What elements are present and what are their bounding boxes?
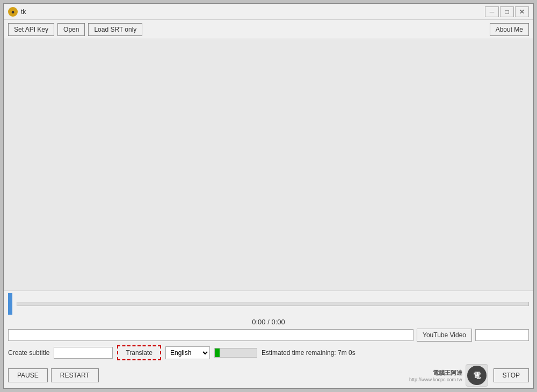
- controls-row: Create subtitle Translate English Chines…: [4, 343, 533, 362]
- window-title: tk: [21, 8, 26, 16]
- create-subtitle-label: Create subtitle: [8, 349, 49, 357]
- set-api-key-button[interactable]: Set API Key: [8, 23, 54, 36]
- toolbar: Set API Key Open Load SRT only About Me: [4, 20, 533, 39]
- maximize-button[interactable]: □: [500, 6, 514, 17]
- mini-progress-bar: [214, 348, 257, 358]
- title-bar-left: ● tk: [8, 7, 26, 17]
- watermark-logo-image: 電: [467, 365, 487, 386]
- estimated-time: Estimated time remaining: 7m 0s: [262, 349, 355, 357]
- subtitle-input[interactable]: [54, 347, 113, 359]
- pause-button[interactable]: PAUSE: [8, 368, 48, 382]
- svg-text:電: 電: [473, 371, 481, 380]
- open-button[interactable]: Open: [57, 23, 85, 36]
- youtube-url-input[interactable]: [475, 329, 529, 341]
- progress-bar[interactable]: [17, 302, 529, 306]
- title-bar: ● tk ─ □ ✕: [4, 4, 533, 20]
- load-srt-button[interactable]: Load SRT only: [88, 23, 142, 36]
- bottom-buttons-row: PAUSE RESTART 電腦王阿達 http://www.kocpc.com…: [4, 362, 533, 388]
- about-me-button[interactable]: About Me: [490, 23, 529, 36]
- video-area: [4, 39, 533, 291]
- close-button[interactable]: ✕: [515, 6, 529, 17]
- watermark-url: http://www.kocpc.com.tw: [409, 377, 462, 382]
- mini-progress-fill: [215, 349, 220, 357]
- youtube-video-button[interactable]: YouTube Video: [417, 329, 472, 342]
- watermark: 電腦王阿達 http://www.kocpc.com.tw 電: [409, 364, 488, 387]
- main-window: ● tk ─ □ ✕ Set API Key Open Load SRT onl…: [3, 3, 534, 389]
- progress-section: [4, 291, 533, 317]
- stop-button[interactable]: STOP: [494, 368, 529, 382]
- window-controls: ─ □ ✕: [485, 6, 529, 17]
- translate-button[interactable]: Translate: [117, 345, 161, 360]
- bottom-section: 0:00 / 0:00 YouTube Video Create subtitl…: [4, 291, 533, 388]
- url-row: YouTube Video: [4, 327, 533, 343]
- main-content: [4, 39, 533, 291]
- language-select[interactable]: English Chinese Japanese Korean Spanish …: [165, 346, 210, 359]
- watermark-logo: 電: [466, 364, 488, 387]
- watermark-site-name: 電腦王阿達: [409, 369, 462, 377]
- watermark-text-block: 電腦王阿達 http://www.kocpc.com.tw: [409, 369, 462, 382]
- restart-button[interactable]: RESTART: [51, 368, 99, 382]
- minimize-button[interactable]: ─: [485, 6, 499, 17]
- url-input[interactable]: [8, 329, 413, 341]
- vertical-indicator: [8, 293, 12, 315]
- time-display: 0:00 / 0:00: [4, 317, 533, 327]
- app-icon: ●: [8, 7, 18, 17]
